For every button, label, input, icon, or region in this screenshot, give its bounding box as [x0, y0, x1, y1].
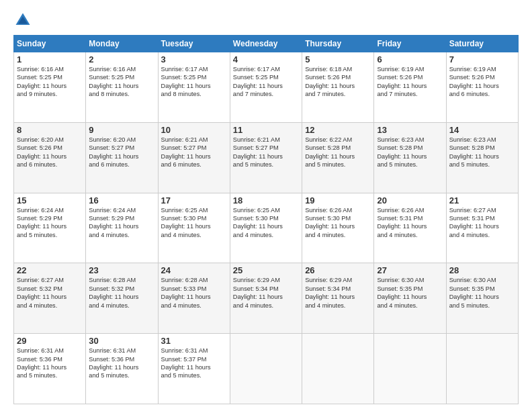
cell-info: Sunrise: 6:21 AM Sunset: 5:27 PM Dayligh…	[161, 136, 227, 169]
page: SundayMondayTuesdayWednesdayThursdayFrid…	[0, 0, 532, 411]
day-number: 4	[233, 54, 299, 64]
day-number: 31	[161, 336, 227, 346]
calendar-cell: 24 Sunrise: 6:28 AM Sunset: 5:33 PM Dayl…	[158, 263, 230, 334]
calendar-cell: 10 Sunrise: 6:21 AM Sunset: 5:27 PM Dayl…	[158, 122, 230, 193]
calendar-week-2: 8 Sunrise: 6:20 AM Sunset: 5:26 PM Dayli…	[14, 122, 519, 193]
cell-info: Sunrise: 6:23 AM Sunset: 5:28 PM Dayligh…	[449, 136, 515, 169]
day-number: 27	[377, 265, 443, 275]
day-number: 25	[233, 265, 299, 275]
calendar-cell: 17 Sunrise: 6:25 AM Sunset: 5:30 PM Dayl…	[158, 193, 230, 263]
calendar-cell	[374, 334, 446, 404]
calendar-cell: 7 Sunrise: 6:19 AM Sunset: 5:26 PM Dayli…	[446, 52, 518, 123]
day-number: 17	[161, 195, 227, 205]
cell-info: Sunrise: 6:20 AM Sunset: 5:26 PM Dayligh…	[17, 136, 83, 169]
calendar-cell: 31 Sunrise: 6:31 AM Sunset: 5:37 PM Dayl…	[158, 334, 230, 404]
cell-info: Sunrise: 6:19 AM Sunset: 5:26 PM Dayligh…	[377, 65, 443, 99]
cell-info: Sunrise: 6:20 AM Sunset: 5:27 PM Dayligh…	[89, 136, 154, 169]
cell-info: Sunrise: 6:17 AM Sunset: 5:25 PM Dayligh…	[233, 65, 299, 99]
day-number: 3	[161, 54, 227, 64]
day-number: 15	[17, 195, 83, 205]
calendar-cell: 3 Sunrise: 6:17 AM Sunset: 5:25 PM Dayli…	[158, 52, 230, 123]
day-number: 8	[17, 125, 83, 135]
calendar-header-friday: Friday	[374, 36, 446, 52]
day-number: 7	[449, 54, 515, 64]
day-number: 21	[449, 195, 515, 205]
calendar-cell: 11 Sunrise: 6:21 AM Sunset: 5:27 PM Dayl…	[230, 122, 302, 193]
day-number: 19	[305, 195, 371, 205]
cell-info: Sunrise: 6:25 AM Sunset: 5:30 PM Dayligh…	[233, 206, 299, 240]
day-number: 16	[89, 195, 154, 205]
calendar-cell	[230, 334, 302, 404]
day-number: 28	[449, 265, 515, 275]
calendar-cell: 16 Sunrise: 6:24 AM Sunset: 5:29 PM Dayl…	[86, 193, 158, 263]
calendar-header-row: SundayMondayTuesdayWednesdayThursdayFrid…	[14, 36, 519, 52]
cell-info: Sunrise: 6:22 AM Sunset: 5:28 PM Dayligh…	[305, 136, 371, 169]
calendar-cell: 9 Sunrise: 6:20 AM Sunset: 5:27 PM Dayli…	[86, 122, 158, 193]
cell-info: Sunrise: 6:30 AM Sunset: 5:35 PM Dayligh…	[449, 276, 515, 310]
calendar-cell: 27 Sunrise: 6:30 AM Sunset: 5:35 PM Dayl…	[374, 263, 446, 334]
calendar-cell: 28 Sunrise: 6:30 AM Sunset: 5:35 PM Dayl…	[446, 263, 518, 334]
calendar-header-sunday: Sunday	[14, 36, 86, 52]
calendar-cell: 21 Sunrise: 6:27 AM Sunset: 5:31 PM Dayl…	[446, 193, 518, 263]
calendar-cell: 23 Sunrise: 6:28 AM Sunset: 5:32 PM Dayl…	[86, 263, 158, 334]
day-number: 20	[377, 195, 443, 205]
logo	[13, 11, 35, 30]
day-number: 22	[17, 265, 83, 275]
cell-info: Sunrise: 6:17 AM Sunset: 5:25 PM Dayligh…	[161, 65, 227, 99]
cell-info: Sunrise: 6:27 AM Sunset: 5:32 PM Dayligh…	[17, 276, 83, 310]
calendar-header-thursday: Thursday	[302, 36, 374, 52]
calendar-cell: 29 Sunrise: 6:31 AM Sunset: 5:36 PM Dayl…	[14, 334, 86, 404]
calendar-cell: 5 Sunrise: 6:18 AM Sunset: 5:26 PM Dayli…	[302, 52, 374, 123]
day-number: 12	[305, 125, 371, 135]
cell-info: Sunrise: 6:30 AM Sunset: 5:35 PM Dayligh…	[377, 276, 443, 310]
cell-info: Sunrise: 6:31 AM Sunset: 5:36 PM Dayligh…	[17, 347, 83, 380]
day-number: 11	[233, 125, 299, 135]
calendar-cell: 14 Sunrise: 6:23 AM Sunset: 5:28 PM Dayl…	[446, 122, 518, 193]
calendar-cell	[446, 334, 518, 404]
cell-info: Sunrise: 6:25 AM Sunset: 5:30 PM Dayligh…	[161, 206, 227, 240]
calendar-table: SundayMondayTuesdayWednesdayThursdayFrid…	[13, 35, 519, 404]
cell-info: Sunrise: 6:16 AM Sunset: 5:25 PM Dayligh…	[17, 65, 83, 99]
calendar-cell: 1 Sunrise: 6:16 AM Sunset: 5:25 PM Dayli…	[14, 52, 86, 123]
calendar-header-monday: Monday	[86, 36, 158, 52]
calendar-cell: 18 Sunrise: 6:25 AM Sunset: 5:30 PM Dayl…	[230, 193, 302, 263]
cell-info: Sunrise: 6:28 AM Sunset: 5:33 PM Dayligh…	[161, 276, 227, 310]
cell-info: Sunrise: 6:26 AM Sunset: 5:30 PM Dayligh…	[305, 206, 371, 240]
calendar-cell: 13 Sunrise: 6:23 AM Sunset: 5:28 PM Dayl…	[374, 122, 446, 193]
calendar-cell: 19 Sunrise: 6:26 AM Sunset: 5:30 PM Dayl…	[302, 193, 374, 263]
day-number: 14	[449, 125, 515, 135]
cell-info: Sunrise: 6:21 AM Sunset: 5:27 PM Dayligh…	[233, 136, 299, 169]
calendar-cell: 4 Sunrise: 6:17 AM Sunset: 5:25 PM Dayli…	[230, 52, 302, 123]
day-number: 2	[89, 54, 154, 64]
day-number: 6	[377, 54, 443, 64]
calendar-cell: 6 Sunrise: 6:19 AM Sunset: 5:26 PM Dayli…	[374, 52, 446, 123]
calendar-week-5: 29 Sunrise: 6:31 AM Sunset: 5:36 PM Dayl…	[14, 334, 519, 404]
day-number: 18	[233, 195, 299, 205]
cell-info: Sunrise: 6:29 AM Sunset: 5:34 PM Dayligh…	[233, 276, 299, 310]
day-number: 30	[89, 336, 154, 346]
day-number: 24	[161, 265, 227, 275]
calendar-header-tuesday: Tuesday	[158, 36, 230, 52]
cell-info: Sunrise: 6:16 AM Sunset: 5:25 PM Dayligh…	[89, 65, 154, 99]
calendar-cell	[302, 334, 374, 404]
calendar-week-1: 1 Sunrise: 6:16 AM Sunset: 5:25 PM Dayli…	[14, 52, 519, 123]
cell-info: Sunrise: 6:31 AM Sunset: 5:36 PM Dayligh…	[89, 347, 154, 380]
day-number: 26	[305, 265, 371, 275]
calendar-header-wednesday: Wednesday	[230, 36, 302, 52]
calendar-cell: 20 Sunrise: 6:26 AM Sunset: 5:31 PM Dayl…	[374, 193, 446, 263]
calendar-cell: 26 Sunrise: 6:29 AM Sunset: 5:34 PM Dayl…	[302, 263, 374, 334]
header	[13, 11, 519, 30]
calendar-cell: 8 Sunrise: 6:20 AM Sunset: 5:26 PM Dayli…	[14, 122, 86, 193]
day-number: 29	[17, 336, 83, 346]
cell-info: Sunrise: 6:19 AM Sunset: 5:26 PM Dayligh…	[449, 65, 515, 99]
calendar-cell: 30 Sunrise: 6:31 AM Sunset: 5:36 PM Dayl…	[86, 334, 158, 404]
calendar-week-4: 22 Sunrise: 6:27 AM Sunset: 5:32 PM Dayl…	[14, 263, 519, 334]
calendar-week-3: 15 Sunrise: 6:24 AM Sunset: 5:29 PM Dayl…	[14, 193, 519, 263]
day-number: 23	[89, 265, 154, 275]
calendar-cell: 2 Sunrise: 6:16 AM Sunset: 5:25 PM Dayli…	[86, 52, 158, 123]
day-number: 5	[305, 54, 371, 64]
calendar-cell: 12 Sunrise: 6:22 AM Sunset: 5:28 PM Dayl…	[302, 122, 374, 193]
cell-info: Sunrise: 6:24 AM Sunset: 5:29 PM Dayligh…	[17, 206, 83, 240]
cell-info: Sunrise: 6:18 AM Sunset: 5:26 PM Dayligh…	[305, 65, 371, 99]
calendar-cell: 15 Sunrise: 6:24 AM Sunset: 5:29 PM Dayl…	[14, 193, 86, 263]
